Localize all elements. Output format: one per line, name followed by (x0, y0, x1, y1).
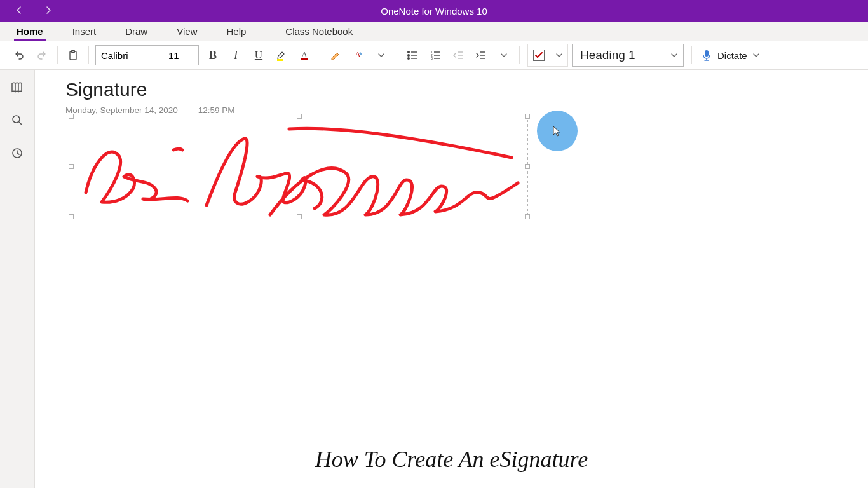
cursor-icon (552, 125, 563, 137)
undo-button[interactable] (8, 44, 31, 67)
tab-class-notebook[interactable]: Class Notebook (276, 22, 362, 41)
microphone-icon (701, 49, 712, 62)
tags-dropdown-button[interactable] (550, 44, 568, 67)
bold-button[interactable]: B (201, 44, 224, 67)
svg-rect-1 (72, 51, 75, 53)
bold-icon: B (209, 49, 217, 62)
page-date: Monday, September 14, 2020 (65, 105, 178, 115)
underline-icon: U (255, 49, 262, 62)
italic-icon: I (234, 49, 238, 62)
separator (691, 46, 692, 64)
recent-button[interactable] (9, 145, 25, 161)
outdent-button[interactable] (447, 44, 470, 67)
todo-tag-button[interactable] (527, 44, 550, 67)
svg-line-26 (19, 122, 22, 125)
font-size-input[interactable] (163, 46, 198, 65)
svg-text:A: A (301, 50, 308, 59)
bullet-list-button[interactable] (401, 44, 424, 67)
indent-button[interactable] (470, 44, 492, 67)
svg-rect-24 (705, 50, 709, 57)
italic-button[interactable]: I (224, 44, 247, 67)
numbered-list-button[interactable]: 123 (424, 44, 447, 67)
cursor-highlight (537, 111, 578, 151)
style-selected-label: Heading 1 (580, 48, 635, 62)
checkbox-icon (533, 50, 545, 61)
forward-button[interactable] (43, 5, 53, 17)
svg-rect-4 (301, 58, 308, 60)
app-title: OneNote for Windows 10 (381, 6, 487, 17)
page-canvas[interactable]: Signature Monday, September 14, 2020 12:… (35, 70, 868, 488)
svg-point-9 (408, 51, 410, 53)
svg-point-25 (13, 116, 20, 123)
svg-point-10 (408, 55, 410, 57)
separator (519, 46, 520, 64)
chevron-down-icon (670, 51, 678, 59)
separator (88, 46, 89, 64)
menu-row: Home Insert Draw View Help Class Noteboo… (0, 22, 868, 41)
signature-ink[interactable] (73, 119, 531, 221)
separator (320, 46, 320, 64)
resize-handle-ne[interactable] (525, 114, 530, 119)
resize-handle-n[interactable] (297, 114, 302, 119)
separator (57, 46, 58, 64)
redo-button[interactable] (31, 44, 53, 67)
tab-help[interactable]: Help (217, 22, 255, 41)
clear-formatting-button[interactable] (324, 44, 347, 67)
page-title[interactable]: Signature (65, 79, 147, 100)
highlight-button[interactable] (270, 44, 293, 67)
title-bar: OneNote for Windows 10 (0, 0, 868, 22)
tab-home[interactable]: Home (8, 22, 52, 41)
svg-text:A: A (355, 50, 361, 59)
svg-rect-2 (277, 59, 283, 61)
tab-view[interactable]: View (168, 22, 206, 41)
nav-buttons (0, 5, 53, 17)
underline-button[interactable]: U (247, 44, 270, 67)
clipboard-button[interactable] (62, 44, 85, 67)
chevron-down-icon (752, 51, 760, 59)
separator (397, 46, 397, 64)
tab-draw[interactable]: Draw (116, 22, 156, 41)
ribbon: B I U A A 123 Heading 1 (0, 41, 868, 70)
format-painter-button[interactable]: A (347, 44, 370, 67)
video-caption: How To Create An eSignature (35, 446, 868, 473)
back-button[interactable] (14, 5, 24, 17)
dictate-label: Dictate (717, 50, 747, 61)
dictate-button[interactable]: Dictate (696, 44, 765, 67)
paragraph-more-button[interactable] (492, 44, 515, 67)
svg-point-11 (408, 58, 410, 60)
resize-handle-nw[interactable] (69, 114, 74, 119)
font-selector[interactable] (95, 45, 199, 65)
body: Signature Monday, September 14, 2020 12:… (0, 70, 868, 488)
font-name-input[interactable] (96, 46, 163, 65)
sidebar (0, 70, 35, 488)
svg-text:3: 3 (431, 57, 433, 60)
page-time: 12:59 PM (198, 105, 235, 115)
font-color-button[interactable]: A (293, 44, 316, 67)
search-button[interactable] (9, 112, 25, 128)
style-selector[interactable]: Heading 1 (572, 44, 684, 67)
tab-insert[interactable]: Insert (64, 22, 105, 41)
font-more-button[interactable] (370, 44, 393, 67)
notebooks-button[interactable] (9, 79, 25, 95)
